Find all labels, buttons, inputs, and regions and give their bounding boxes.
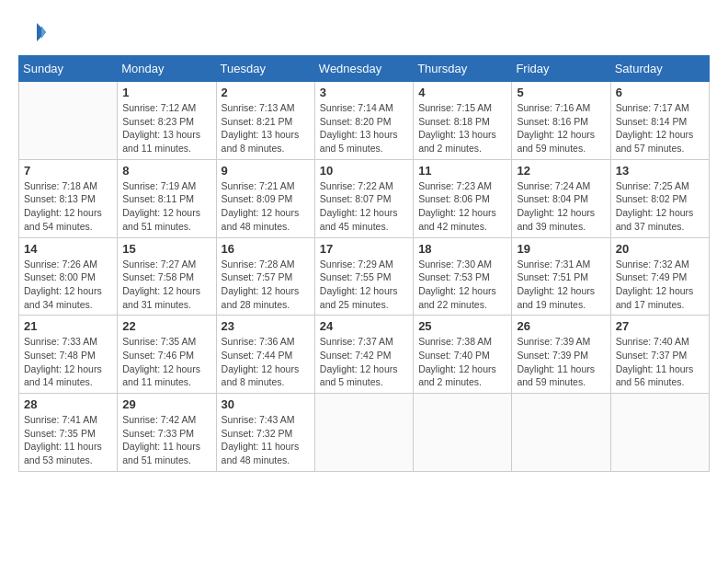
day-info: Sunrise: 7:13 AMSunset: 8:21 PMDaylight:… (222, 101, 310, 155)
day-info: Sunrise: 7:29 AMSunset: 7:55 PMDaylight:… (320, 258, 408, 312)
day-number: 26 (517, 319, 605, 333)
week-row-2: 7Sunrise: 7:18 AMSunset: 8:13 PMDaylight… (19, 159, 710, 237)
day-cell (414, 394, 512, 472)
day-info: Sunrise: 7:24 AMSunset: 8:04 PMDaylight:… (517, 179, 605, 234)
day-info: Sunrise: 7:30 AMSunset: 7:53 PMDaylight:… (418, 258, 506, 312)
day-number: 9 (222, 164, 310, 178)
day-info: Sunrise: 7:12 AMSunset: 8:23 PMDaylight:… (122, 101, 210, 155)
week-row-3: 14Sunrise: 7:26 AMSunset: 8:00 PMDayligh… (19, 237, 710, 316)
day-info: Sunrise: 7:21 AMSunset: 8:09 PMDaylight:… (222, 179, 310, 234)
day-cell: 18Sunrise: 7:30 AMSunset: 7:53 PMDayligh… (414, 237, 512, 316)
day-cell: 24Sunrise: 7:37 AMSunset: 7:42 PMDayligh… (314, 316, 413, 394)
day-cell: 15Sunrise: 7:27 AMSunset: 7:58 PMDayligh… (118, 237, 216, 316)
day-number: 29 (122, 397, 210, 411)
day-cell: 27Sunrise: 7:40 AMSunset: 7:37 PMDayligh… (610, 316, 709, 394)
day-cell: 6Sunrise: 7:17 AMSunset: 8:14 PMDaylight… (610, 82, 709, 160)
logo-icon (18, 18, 46, 46)
day-info: Sunrise: 7:32 AMSunset: 7:49 PMDaylight:… (616, 258, 704, 312)
day-cell: 8Sunrise: 7:19 AMSunset: 8:11 PMDaylight… (118, 159, 216, 237)
day-info: Sunrise: 7:33 AMSunset: 7:48 PMDaylight:… (24, 335, 112, 389)
page-header (18, 18, 710, 46)
day-cell: 11Sunrise: 7:23 AMSunset: 8:06 PMDayligh… (414, 159, 512, 237)
day-cell (512, 394, 610, 472)
day-cell (19, 82, 118, 160)
day-number: 13 (616, 164, 704, 178)
day-number: 23 (222, 319, 310, 333)
week-row-4: 21Sunrise: 7:33 AMSunset: 7:48 PMDayligh… (19, 316, 710, 394)
day-cell: 16Sunrise: 7:28 AMSunset: 7:57 PMDayligh… (216, 237, 314, 316)
column-header-tuesday: Tuesday (216, 56, 314, 82)
day-number: 17 (320, 242, 408, 256)
column-header-friday: Friday (512, 56, 610, 82)
day-info: Sunrise: 7:26 AMSunset: 8:00 PMDaylight:… (24, 258, 112, 312)
day-number: 16 (222, 242, 310, 256)
day-number: 21 (24, 319, 112, 333)
logo (18, 18, 50, 46)
day-info: Sunrise: 7:18 AMSunset: 8:13 PMDaylight:… (24, 179, 112, 234)
day-info: Sunrise: 7:41 AMSunset: 7:35 PMDaylight:… (24, 413, 112, 467)
svg-marker-1 (41, 26, 46, 39)
day-cell: 17Sunrise: 7:29 AMSunset: 7:55 PMDayligh… (314, 237, 413, 316)
day-cell: 20Sunrise: 7:32 AMSunset: 7:49 PMDayligh… (610, 237, 709, 316)
day-cell: 22Sunrise: 7:35 AMSunset: 7:46 PMDayligh… (118, 316, 216, 394)
column-header-monday: Monday (118, 56, 216, 82)
day-number: 19 (517, 242, 605, 256)
day-cell (314, 394, 413, 472)
day-info: Sunrise: 7:17 AMSunset: 8:14 PMDaylight:… (616, 101, 704, 155)
column-header-saturday: Saturday (610, 56, 709, 82)
day-cell: 29Sunrise: 7:42 AMSunset: 7:33 PMDayligh… (118, 394, 216, 472)
day-number: 5 (517, 86, 605, 99)
week-row-1: 1Sunrise: 7:12 AMSunset: 8:23 PMDaylight… (19, 82, 710, 160)
day-number: 18 (418, 242, 506, 256)
day-info: Sunrise: 7:27 AMSunset: 7:58 PMDaylight:… (122, 258, 210, 312)
day-number: 8 (122, 164, 210, 178)
day-info: Sunrise: 7:38 AMSunset: 7:40 PMDaylight:… (418, 335, 506, 389)
day-number: 2 (222, 86, 310, 99)
day-info: Sunrise: 7:31 AMSunset: 7:51 PMDaylight:… (517, 258, 605, 312)
column-header-wednesday: Wednesday (314, 56, 413, 82)
day-cell: 23Sunrise: 7:36 AMSunset: 7:44 PMDayligh… (216, 316, 314, 394)
day-number: 12 (517, 164, 605, 178)
day-info: Sunrise: 7:40 AMSunset: 7:37 PMDaylight:… (616, 335, 704, 389)
day-cell: 19Sunrise: 7:31 AMSunset: 7:51 PMDayligh… (512, 237, 610, 316)
day-number: 22 (122, 319, 210, 333)
day-info: Sunrise: 7:37 AMSunset: 7:42 PMDaylight:… (320, 335, 408, 389)
day-info: Sunrise: 7:19 AMSunset: 8:11 PMDaylight:… (122, 179, 210, 234)
day-cell: 14Sunrise: 7:26 AMSunset: 8:00 PMDayligh… (19, 237, 118, 316)
day-cell: 28Sunrise: 7:41 AMSunset: 7:35 PMDayligh… (19, 394, 118, 472)
day-info: Sunrise: 7:36 AMSunset: 7:44 PMDaylight:… (222, 335, 310, 389)
day-cell: 21Sunrise: 7:33 AMSunset: 7:48 PMDayligh… (19, 316, 118, 394)
day-cell: 7Sunrise: 7:18 AMSunset: 8:13 PMDaylight… (19, 159, 118, 237)
day-number: 20 (616, 242, 704, 256)
day-info: Sunrise: 7:39 AMSunset: 7:39 PMDaylight:… (517, 335, 605, 389)
day-cell: 9Sunrise: 7:21 AMSunset: 8:09 PMDaylight… (216, 159, 314, 237)
day-number: 25 (418, 319, 506, 333)
column-header-thursday: Thursday (414, 56, 512, 82)
day-info: Sunrise: 7:15 AMSunset: 8:18 PMDaylight:… (418, 101, 506, 155)
day-cell: 1Sunrise: 7:12 AMSunset: 8:23 PMDaylight… (118, 82, 216, 160)
day-number: 7 (24, 164, 112, 178)
day-info: Sunrise: 7:22 AMSunset: 8:07 PMDaylight:… (320, 179, 408, 234)
day-number: 28 (24, 397, 112, 411)
day-cell (610, 394, 709, 472)
day-info: Sunrise: 7:28 AMSunset: 7:57 PMDaylight:… (222, 258, 310, 312)
day-number: 30 (222, 397, 310, 411)
day-number: 14 (24, 242, 112, 256)
day-cell: 3Sunrise: 7:14 AMSunset: 8:20 PMDaylight… (314, 82, 413, 160)
day-number: 4 (418, 86, 506, 99)
week-row-5: 28Sunrise: 7:41 AMSunset: 7:35 PMDayligh… (19, 394, 710, 472)
day-info: Sunrise: 7:23 AMSunset: 8:06 PMDaylight:… (418, 179, 506, 234)
day-number: 27 (616, 319, 704, 333)
calendar-table: SundayMondayTuesdayWednesdayThursdayFrid… (18, 55, 710, 472)
day-info: Sunrise: 7:25 AMSunset: 8:02 PMDaylight:… (616, 179, 704, 234)
column-header-sunday: Sunday (19, 56, 118, 82)
day-number: 15 (122, 242, 210, 256)
day-cell: 30Sunrise: 7:43 AMSunset: 7:32 PMDayligh… (216, 394, 314, 472)
day-number: 11 (418, 164, 506, 178)
day-number: 3 (320, 86, 408, 99)
day-cell: 2Sunrise: 7:13 AMSunset: 8:21 PMDaylight… (216, 82, 314, 160)
day-number: 10 (320, 164, 408, 178)
day-info: Sunrise: 7:14 AMSunset: 8:20 PMDaylight:… (320, 101, 408, 155)
day-info: Sunrise: 7:42 AMSunset: 7:33 PMDaylight:… (122, 413, 210, 467)
day-info: Sunrise: 7:35 AMSunset: 7:46 PMDaylight:… (122, 335, 210, 389)
